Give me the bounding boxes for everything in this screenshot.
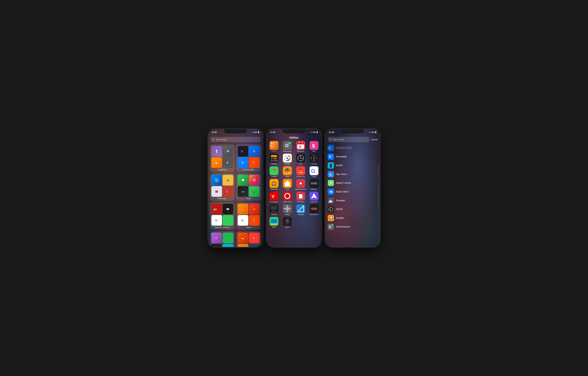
label-measure: Measure xyxy=(311,188,317,190)
app-chrome[interactable]: Chrome xyxy=(281,154,294,165)
app-1111[interactable]: 1.11.14 1.1.1.1 xyxy=(268,141,280,152)
svg-text:📢: 📢 xyxy=(329,216,333,220)
app-compass[interactable]: N S E W Compass xyxy=(308,154,320,165)
svg-text:1.1: 1.1 xyxy=(271,145,274,148)
folder-utilities[interactable]: 🦊 ⚡ W 👽 Utilities xyxy=(236,202,261,230)
alpha-M[interactable]: M xyxy=(378,186,379,187)
app-home[interactable]: Home xyxy=(281,179,294,190)
folder-social[interactable]: 💬 me 📹 Social xyxy=(236,173,261,201)
alpha-I[interactable]: I xyxy=(378,179,379,180)
list-item-asos[interactable]: a ASOS xyxy=(325,205,380,214)
alpha-N[interactable]: N xyxy=(378,187,379,189)
apollo-icon-1: A xyxy=(222,244,233,247)
app-google[interactable]: G Google xyxy=(308,166,320,177)
alpha-C[interactable]: C xyxy=(378,169,379,170)
app-clock[interactable]: Clock xyxy=(295,154,307,165)
app-library-search-1[interactable]: 🔍 App Library xyxy=(210,137,261,142)
list-item-applestore[interactable]: 🛍 Apple Store xyxy=(325,188,380,196)
app-watch[interactable]: Watch xyxy=(281,217,294,228)
list-item-artpaper[interactable]: Artpaper xyxy=(325,196,380,205)
folder-media[interactable]: 🎙 ♪ 📷 A xyxy=(210,231,235,247)
alpha-W[interactable]: W xyxy=(378,202,379,204)
folder-recently-added[interactable]: B ⚡ W R Recently Added xyxy=(236,144,261,172)
icon-scanpro xyxy=(270,204,278,213)
list-item-apollo[interactable]: Apollo xyxy=(325,161,380,170)
app-wallet[interactable]: Wallet xyxy=(268,217,280,228)
app-calculator[interactable]: Calculator xyxy=(268,154,280,165)
search-placeholder-3: App Library xyxy=(333,138,344,141)
svg-text:A: A xyxy=(328,146,331,150)
word-icon: W xyxy=(238,157,248,168)
app-bulb[interactable]: 6 Bulb xyxy=(308,141,320,152)
alpha-R[interactable]: R xyxy=(378,194,379,196)
svg-point-74 xyxy=(300,158,301,158)
svg-point-1 xyxy=(228,151,228,152)
svg-rect-139 xyxy=(313,207,313,210)
notch-3 xyxy=(341,129,364,133)
alpha-E[interactable]: E xyxy=(378,172,379,174)
folder-misc[interactable]: ☁ S S ▲ xyxy=(236,231,261,247)
app-vodafone[interactable]: V My Vodafone xyxy=(268,192,280,203)
alpha-O[interactable]: O xyxy=(378,189,379,190)
app-betterday[interactable]: 31 Better Day xyxy=(295,141,307,152)
icon-wallet xyxy=(270,217,278,226)
status-icons-3: ▪▪▪ WiFi ▋ xyxy=(369,131,377,133)
app-headphones[interactable]: 🎧 Headphones xyxy=(268,179,280,190)
alpha-Z[interactable]: Z xyxy=(378,208,379,209)
app-authenticator[interactable]: G✓ Authenticator xyxy=(281,141,294,152)
alpha-Q[interactable]: Q xyxy=(378,192,379,194)
search-bar-3[interactable]: 🔍 App Library xyxy=(328,137,369,142)
app-findmy[interactable]: 📍 Find My xyxy=(268,166,280,177)
app-scanpro[interactable]: ScanPro xyxy=(268,204,280,215)
wifi-icon-2: WiFi xyxy=(313,131,316,133)
folder-suggestions[interactable]: ☁ ★ Suggestions xyxy=(210,144,235,172)
icon-amazon: A xyxy=(328,145,334,151)
alpha-F[interactable]: F xyxy=(378,174,379,175)
svg-rect-60 xyxy=(273,158,274,159)
list-item-appstore[interactable]: A App Store xyxy=(325,170,380,179)
alpha-G[interactable]: G xyxy=(378,175,379,177)
folder-productivity[interactable]: 🦋 🐻 C Productivity xyxy=(210,173,235,201)
alpha-B[interactable]: B xyxy=(378,167,379,168)
folder-reference[interactable]: BBCNEWS 📖 W 📍 Reference & Reading xyxy=(210,202,235,230)
alpha-D[interactable]: D xyxy=(378,170,379,172)
alpha-hash[interactable]: # xyxy=(378,209,379,211)
alpha-S[interactable]: S xyxy=(378,196,379,197)
label-clock: Clock xyxy=(299,163,302,165)
recently-added-label: Recently Added xyxy=(243,169,254,170)
svg-text:31: 31 xyxy=(299,145,302,148)
list-item-audible[interactable]: 📢 Audible xyxy=(325,214,380,222)
messenger-icon: ⚡ xyxy=(249,146,260,157)
app-protonvpn[interactable]: ProtonVPN xyxy=(308,192,320,203)
app-jpr[interactable]: JustPressRecord xyxy=(295,179,307,190)
label-compass: Compass xyxy=(311,163,317,165)
app-firefox-focus[interactable]: 🦊 Firefox Focus xyxy=(295,166,307,177)
alpha-U[interactable]: U xyxy=(378,199,379,201)
alpha-X[interactable]: X xyxy=(378,204,379,206)
superstar-icon: S xyxy=(249,232,260,243)
bbc-icon: BBCNEWS xyxy=(211,204,222,214)
alpha-P[interactable]: P xyxy=(378,191,379,192)
alpha-L[interactable]: L xyxy=(378,184,379,185)
svg-text:📍: 📍 xyxy=(271,168,277,174)
app-pdfsearch[interactable]: 📄🔍 PDF Search xyxy=(295,192,307,203)
list-item-authenticator[interactable]: G✓ Authenticator xyxy=(325,222,380,231)
list-item-amazon[interactable]: A Amazon Prime xyxy=(325,144,380,152)
alpha-Y[interactable]: Y xyxy=(378,206,379,207)
app-firefox[interactable]: 🦊 Firefox xyxy=(281,166,294,177)
alpha-H[interactable]: H xyxy=(378,177,379,179)
app-settings[interactable]: Settings xyxy=(281,204,294,215)
list-item-annotable[interactable]: A Annotable xyxy=(325,152,380,161)
alphabet-index[interactable]: A B C D E F G H I J K L M N O P Q R S T xyxy=(378,165,379,211)
list-item-appleframes[interactable]: 🖼 Apple Frames xyxy=(325,179,380,188)
alpha-A[interactable]: A xyxy=(378,165,379,167)
app-voicememos[interactable]: Voice Memos xyxy=(308,204,320,215)
app-testflight[interactable]: TestFlight xyxy=(295,204,307,215)
alpha-V[interactable]: V xyxy=(378,201,379,202)
app-opera[interactable]: Opera Touch xyxy=(281,192,294,203)
alpha-K[interactable]: K xyxy=(378,182,379,184)
cancel-button[interactable]: Cancel xyxy=(371,138,378,141)
alpha-J[interactable]: J xyxy=(378,180,379,182)
app-measure[interactable]: Measure xyxy=(308,179,320,190)
alpha-T[interactable]: T xyxy=(378,197,379,199)
